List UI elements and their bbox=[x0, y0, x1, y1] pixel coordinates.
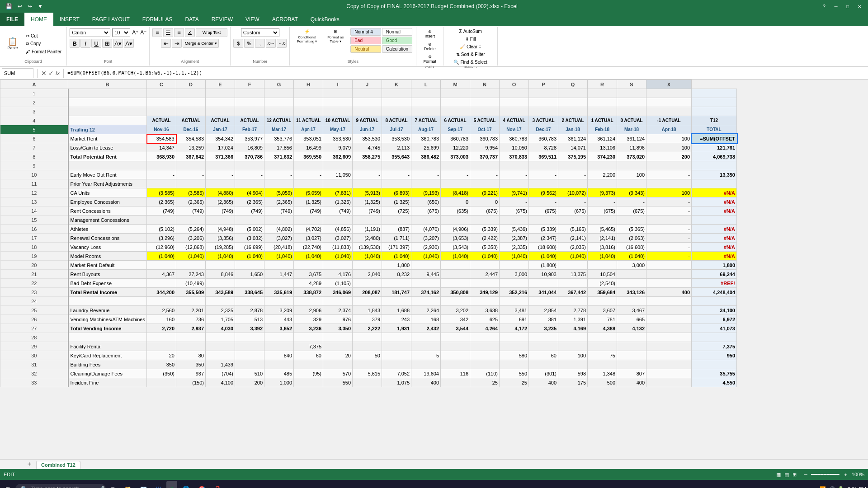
table-cell[interactable]: (1,040) bbox=[147, 252, 176, 261]
table-cell[interactable]: 598 bbox=[558, 369, 588, 378]
table-cell[interactable]: 352,216 bbox=[500, 288, 529, 297]
table-cell[interactable] bbox=[588, 179, 617, 188]
table-cell[interactable]: 3,235 bbox=[529, 324, 558, 333]
table-cell[interactable]: (749) bbox=[353, 206, 382, 216]
table-cell[interactable]: (5,465) bbox=[588, 225, 617, 234]
table-cell[interactable] bbox=[264, 98, 294, 107]
table-cell[interactable]: (2,365) bbox=[176, 197, 206, 206]
table-cell[interactable]: (3,356) bbox=[206, 234, 235, 243]
table-cell[interactable] bbox=[411, 261, 441, 270]
table-cell[interactable] bbox=[500, 161, 529, 170]
table-cell[interactable]: (11,833) bbox=[323, 243, 353, 252]
table-cell[interactable] bbox=[353, 297, 382, 306]
label-cell[interactable]: Rent Concessions bbox=[68, 206, 147, 216]
table-cell[interactable]: 27,243 bbox=[176, 270, 206, 279]
cut-button[interactable]: ✂ Cut bbox=[24, 33, 64, 39]
row-header[interactable]: 18 bbox=[0, 243, 68, 252]
table-cell[interactable] bbox=[353, 360, 382, 369]
label-cell[interactable]: Building Fees bbox=[68, 360, 147, 369]
table-cell[interactable]: 160 bbox=[147, 315, 176, 324]
table-cell[interactable]: 4,248,404 bbox=[692, 288, 737, 297]
table-cell[interactable]: 373,003 bbox=[441, 152, 470, 161]
table-cell[interactable]: (1,105) bbox=[323, 279, 353, 288]
table-cell[interactable] bbox=[441, 89, 470, 98]
table-cell[interactable] bbox=[176, 297, 206, 306]
row-header[interactable]: 5 bbox=[0, 125, 68, 134]
zoom-in-button[interactable]: ＋ bbox=[843, 471, 848, 478]
table-cell[interactable]: (2,347) bbox=[529, 234, 558, 243]
table-cell[interactable]: 2,374 bbox=[323, 306, 353, 315]
table-cell[interactable]: 5 ACTUAL bbox=[470, 116, 500, 125]
table-cell[interactable]: #N/A bbox=[692, 252, 737, 261]
table-cell[interactable]: 0 bbox=[470, 197, 500, 206]
table-cell[interactable]: 370,833 bbox=[500, 152, 529, 161]
table-cell[interactable] bbox=[206, 216, 235, 225]
table-cell[interactable] bbox=[147, 297, 176, 306]
table-cell[interactable] bbox=[646, 216, 692, 225]
table-cell[interactable]: (1,040) bbox=[588, 252, 617, 261]
table-cell[interactable] bbox=[264, 279, 294, 288]
table-cell[interactable]: 16,499 bbox=[294, 143, 323, 152]
label-cell[interactable]: Management Concessions bbox=[68, 216, 147, 225]
table-cell[interactable] bbox=[646, 107, 692, 116]
table-cell[interactable]: 367,842 bbox=[176, 152, 206, 161]
table-cell[interactable]: 10,504 bbox=[588, 270, 617, 279]
table-cell[interactable]: (1,040) bbox=[529, 252, 558, 261]
align-center-button[interactable]: ☰ bbox=[163, 28, 173, 37]
paste-button[interactable]: 📋 Paste bbox=[3, 36, 23, 52]
col-header-K[interactable]: K bbox=[382, 80, 411, 89]
table-cell[interactable] bbox=[617, 342, 646, 351]
table-cell[interactable]: 1,688 bbox=[382, 306, 411, 315]
table-cell[interactable]: - bbox=[264, 170, 294, 179]
taskview-button[interactable]: ⧉ bbox=[108, 481, 119, 488]
col-header-O[interactable]: O bbox=[500, 80, 529, 89]
table-cell[interactable]: 3,202 bbox=[441, 306, 470, 315]
table-cell[interactable]: 4,264 bbox=[470, 324, 500, 333]
table-cell[interactable] bbox=[264, 333, 294, 342]
table-cell[interactable] bbox=[692, 179, 737, 188]
outlook-button[interactable]: 📧 bbox=[137, 481, 151, 488]
table-cell[interactable]: -1 ACTUAL bbox=[646, 116, 692, 125]
indent-decrease-button[interactable]: ⇤ bbox=[161, 39, 171, 48]
table-cell[interactable]: 100 bbox=[646, 134, 692, 143]
table-cell[interactable] bbox=[147, 161, 176, 170]
table-cell[interactable]: (704) bbox=[206, 369, 235, 378]
table-cell[interactable]: (5,339) bbox=[470, 225, 500, 234]
tab-quickbooks[interactable]: QuickBooks bbox=[304, 13, 346, 26]
table-cell[interactable]: (350) bbox=[147, 369, 176, 378]
table-cell[interactable]: #N/A bbox=[692, 197, 737, 206]
table-cell[interactable] bbox=[441, 107, 470, 116]
table-cell[interactable]: Feb-18 bbox=[588, 125, 617, 134]
label-cell[interactable]: Total Vending Income bbox=[68, 324, 147, 333]
tab-formulas[interactable]: FORMULAS bbox=[136, 13, 179, 26]
minimize-button[interactable]: ─ bbox=[831, 2, 841, 10]
undo-button[interactable]: ↩ bbox=[16, 2, 24, 10]
table-cell[interactable] bbox=[206, 279, 235, 288]
label-cell[interactable] bbox=[68, 89, 147, 98]
table-cell[interactable] bbox=[294, 378, 323, 387]
table-cell[interactable]: 2,778 bbox=[558, 306, 588, 315]
table-cell[interactable]: (10,072) bbox=[558, 188, 588, 197]
table-cell[interactable]: (1,040) bbox=[264, 252, 294, 261]
table-cell[interactable]: 2,432 bbox=[411, 324, 441, 333]
tab-insert[interactable]: INSERT bbox=[53, 13, 86, 26]
table-cell[interactable]: (22,740) bbox=[294, 243, 323, 252]
table-cell[interactable]: 374,162 bbox=[411, 288, 441, 297]
table-cell[interactable]: 371,366 bbox=[206, 152, 235, 161]
table-cell[interactable]: #N/A bbox=[692, 234, 737, 243]
table-cell[interactable]: (675) bbox=[470, 206, 500, 216]
table-cell[interactable] bbox=[353, 378, 382, 387]
table-cell[interactable] bbox=[529, 216, 558, 225]
table-cell[interactable] bbox=[206, 351, 235, 360]
save-button[interactable]: 💾 bbox=[4, 2, 14, 10]
label-cell[interactable] bbox=[68, 107, 147, 116]
tab-file[interactable]: FILE bbox=[0, 13, 24, 26]
table-cell[interactable] bbox=[646, 98, 692, 107]
number-controls[interactable]: Custom $ % , .0→ ←.0 bbox=[233, 28, 287, 59]
table-cell[interactable] bbox=[692, 297, 737, 306]
table-cell[interactable]: 346,069 bbox=[323, 288, 353, 297]
table-cell[interactable] bbox=[235, 179, 264, 188]
table-cell[interactable]: 2,200 bbox=[588, 170, 617, 179]
table-cell[interactable] bbox=[264, 360, 294, 369]
battery-icon[interactable]: 🔋 bbox=[838, 486, 844, 488]
